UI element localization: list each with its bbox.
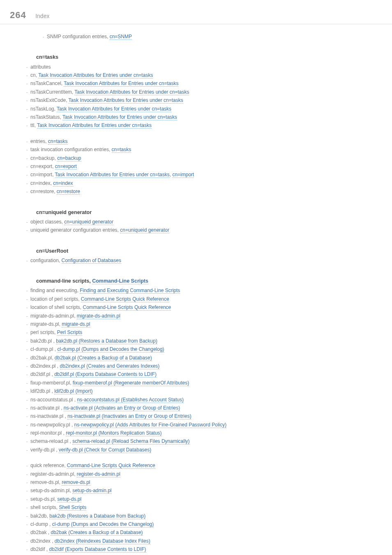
index-link[interactable]: cn=SNMP xyxy=(110,34,132,40)
index-link[interactable]: verify-db.pl (Check for Corrupt Database… xyxy=(59,447,151,453)
bullet-icon: - xyxy=(26,480,29,485)
index-link[interactable]: Configuration of Databases xyxy=(62,258,121,264)
index-link[interactable]: db2ldif.pl (Exports Database Contents to… xyxy=(54,371,157,378)
index-link[interactable]: Task Invocation Attributes for Entries u… xyxy=(38,72,153,78)
index-link[interactable]: cn=import xyxy=(172,172,194,178)
page-section-title: Index xyxy=(35,13,49,19)
index-entry: - ldif2db.pl , ldif2db.pl (Import) xyxy=(26,387,382,395)
index-entry: - db2index.pl , db2index.pl (Creates and… xyxy=(26,362,382,370)
bullet-icon: - xyxy=(26,539,29,543)
index-link[interactable]: cn=index xyxy=(53,180,73,187)
index-content: - SNMP configuration entries, cn=SNMPcn=… xyxy=(0,24,392,555)
index-link[interactable]: cn=uniqueid generator xyxy=(64,219,113,225)
index-link[interactable]: Command-Line Scripts Quick Reference xyxy=(81,296,169,302)
index-link[interactable]: db2bak (Creates a Backup of a Database) xyxy=(51,530,143,536)
bullet-icon: - xyxy=(26,431,29,435)
index-entry: - entries, cn=tasks xyxy=(26,137,382,145)
index-link[interactable]: bak2db (Restores a Database from Backup) xyxy=(49,513,145,519)
index-term: migrate-ds-admin.pl, xyxy=(30,313,77,319)
index-term: db2index , xyxy=(30,538,55,544)
index-link[interactable]: bak2db.pl (Restores a Database from Back… xyxy=(56,338,157,344)
bullet-icon: - xyxy=(26,423,29,427)
index-link[interactable]: Finding and Executing Command-Line Scrip… xyxy=(80,288,180,294)
index-entry: - bak2db, bak2db (Restores a Database fr… xyxy=(26,512,382,520)
index-link[interactable]: Task Invocation Attributes for Entries u… xyxy=(55,172,170,178)
index-link[interactable]: ldif2db.pl (Import) xyxy=(54,388,92,394)
index-entry: - nsTaskExitCode, Task Invocation Attrib… xyxy=(26,96,382,104)
index-entry: - configuration, Configuration of Databa… xyxy=(26,256,382,265)
index-link[interactable]: ns-newpwpolicy.pl (Adds Attributes for F… xyxy=(74,422,227,428)
index-link[interactable]: db2bak.pl (Creates a Backup of a Databas… xyxy=(55,355,152,361)
index-link[interactable]: cl-dump.pl (Dumps and Decodes the Change… xyxy=(57,346,164,352)
index-link[interactable]: ns-inactivate.pl (Inactivates an Entry o… xyxy=(67,413,191,419)
index-term: object classes, xyxy=(30,219,64,225)
index-link[interactable]: setup-ds.pl xyxy=(57,496,81,502)
index-term: cn=restore, xyxy=(30,189,57,194)
section-title-link[interactable]: Command-Line Scripts xyxy=(92,278,148,284)
index-link[interactable]: ns-accountstatus.pl (Establishes Account… xyxy=(77,397,184,403)
index-link[interactable]: register-ds-admin.pl xyxy=(77,471,120,477)
index-link[interactable]: Shell Scripts xyxy=(59,504,86,511)
index-entry: - ns-newpwpolicy.pl , ns-newpwpolicy.pl … xyxy=(26,421,240,429)
index-link[interactable]: Perl Scripts xyxy=(57,329,82,336)
index-link[interactable]: cn=uniqueid generator xyxy=(120,227,169,233)
index-entry: - repl-monitor.pl , repl-monitor.pl (Mon… xyxy=(26,429,382,437)
index-link[interactable]: Task Invocation Attributes for Entries u… xyxy=(57,106,171,112)
index-link[interactable]: cl-dump (Dumps and Decodes the Changelog… xyxy=(52,521,154,527)
index-term: repl-monitor.pl , xyxy=(30,430,66,436)
index-term: db2ldif , xyxy=(30,546,49,552)
index-term: location of shell scripts, xyxy=(30,304,83,310)
index-link[interactable]: fixup-memberof.pl (Regenerate memberOf A… xyxy=(73,380,189,386)
index-entry: - finding and executing, Finding and Exe… xyxy=(26,286,382,295)
index-link[interactable]: setup-ds-admin.pl xyxy=(72,488,111,494)
bullet-icon: - xyxy=(26,406,29,410)
index-link[interactable]: migrate-ds-admin.pl xyxy=(77,313,120,319)
index-term: register-ds-admin.pl, xyxy=(30,471,77,477)
index-link[interactable]: Task Invocation Attributes for Entries u… xyxy=(69,97,183,104)
bullet-icon: - xyxy=(26,314,29,318)
index-link[interactable]: db2ldif (Exports Database Contents to LD… xyxy=(49,546,146,553)
index-term: cn=index, xyxy=(30,180,53,186)
index-entry: - perl scripts, Perl Scripts xyxy=(26,328,382,336)
index-link[interactable]: Command-Line Scripts Quick Reference xyxy=(67,463,155,469)
index-term: ns-activate.pl , xyxy=(30,405,64,411)
bullet-icon: - xyxy=(26,123,29,128)
index-entry: - dbverify, dbverify (Checks for Corrupt… xyxy=(26,554,382,555)
index-entry: - cn, Task Invocation Attributes for Ent… xyxy=(26,71,382,79)
bullet-icon: - xyxy=(26,372,29,377)
index-link[interactable]: db2index.pl (Creates and Generates Index… xyxy=(60,363,160,369)
bullet-icon: - xyxy=(26,147,29,152)
index-entry: - attributes xyxy=(26,63,382,71)
bullet-icon: - xyxy=(26,497,29,502)
index-link[interactable]: migrate-ds.pl xyxy=(62,321,90,327)
bullet-icon: - xyxy=(26,339,29,343)
index-entry: - register-ds-admin.pl, register-ds-admi… xyxy=(26,470,382,478)
index-term: shell scripts, xyxy=(30,504,59,510)
index-link[interactable]: cn=tasks xyxy=(112,147,131,153)
index-link[interactable]: repl-monitor.pl (Monitors Replication St… xyxy=(66,430,161,436)
index-entry: - cn=export, cn=export xyxy=(26,162,382,170)
index-link[interactable]: cn=restore xyxy=(57,189,80,195)
index-term: entries, xyxy=(30,138,48,144)
index-link[interactable]: Task Invocation Attributes for Entries u… xyxy=(62,114,177,120)
index-link[interactable]: schema-reload.pl (Reload Schema Files Dy… xyxy=(72,438,189,444)
index-link[interactable]: Task Invocation Attributes for Entries u… xyxy=(74,89,189,95)
index-link[interactable]: Command-Line Scripts Quick Reference xyxy=(83,304,171,311)
index-link[interactable]: cn=tasks xyxy=(48,138,68,145)
index-entry: - remove-ds.pl, remove-ds.pl xyxy=(26,478,382,486)
bullet-icon: - xyxy=(26,220,29,224)
index-link[interactable]: Task Invocation Attributes for Entries u… xyxy=(37,122,152,129)
index-link[interactable]: db2index (Reindexes Database Index Files… xyxy=(55,538,150,544)
index-link[interactable]: remove-ds.pl xyxy=(62,479,90,486)
index-term: cn=backup, xyxy=(30,155,57,161)
bullet-icon: - xyxy=(26,73,29,78)
index-entry: - ns-accountstatus.pl , ns-accountstatus… xyxy=(26,396,382,404)
bullet-icon: - xyxy=(26,530,29,535)
section-title-text: command-line scripts, xyxy=(36,278,92,284)
index-link[interactable]: ns-activate.pl (Activates an Entry or Gr… xyxy=(64,405,180,411)
index-link[interactable]: cn=export xyxy=(55,164,77,170)
bullet-icon: - xyxy=(26,330,29,335)
index-link[interactable]: Task Invocation Attributes for Entries u… xyxy=(64,81,178,87)
index-term: schema-reload.pl , xyxy=(30,438,72,444)
index-link[interactable]: cn=backup xyxy=(57,155,81,161)
